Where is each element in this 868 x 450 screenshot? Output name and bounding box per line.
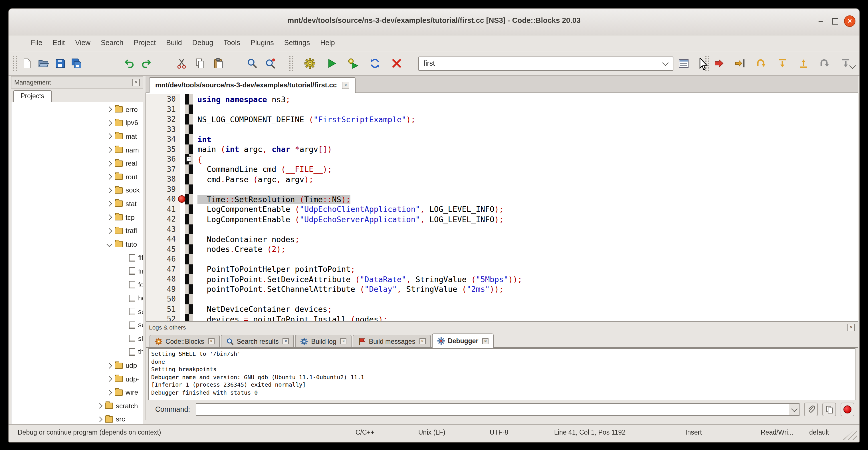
chevron-collapsed-icon[interactable]: [106, 188, 112, 193]
chevron-collapsed-icon[interactable]: [106, 390, 112, 395]
attach-button[interactable]: [804, 402, 818, 416]
breakpoint-margin[interactable]: [185, 314, 193, 322]
logs-tab-build-log[interactable]: Build log×: [295, 335, 352, 347]
stop-debugger-button[interactable]: [841, 402, 854, 416]
menu-edit[interactable]: Edit: [48, 37, 70, 49]
breakpoint-icon[interactable]: [178, 195, 185, 203]
run-button[interactable]: [324, 56, 339, 71]
chevron-collapsed-icon[interactable]: [106, 160, 112, 166]
breakpoint-margin[interactable]: [185, 304, 193, 314]
save-button[interactable]: [53, 56, 67, 71]
logs-close-icon[interactable]: ×: [847, 324, 855, 331]
tree-item-sock[interactable]: sock: [11, 184, 143, 197]
code-line-31[interactable]: 31: [146, 104, 858, 114]
breakpoint-margin[interactable]: [185, 144, 193, 154]
symbols-browser-button[interactable]: [676, 56, 691, 71]
tree-item-fo[interactable]: fo: [11, 278, 143, 291]
code-line-51[interactable]: 51 NetDeviceContainer devices;: [146, 304, 858, 314]
logs-tab-search-results[interactable]: Search results×: [221, 335, 294, 347]
tree-item-stat[interactable]: stat: [11, 197, 143, 210]
tree-item-mat[interactable]: mat: [11, 130, 143, 143]
tree-item-scratch[interactable]: scratch: [11, 399, 143, 413]
tree-item-nam[interactable]: nam: [11, 143, 143, 157]
chevron-collapsed-icon[interactable]: [106, 107, 112, 113]
fold-marker-icon[interactable]: -: [186, 156, 191, 161]
breakpoint-margin[interactable]: [185, 174, 193, 184]
code-line-33[interactable]: 33: [146, 124, 858, 134]
chevron-collapsed-icon[interactable]: [106, 228, 112, 234]
next-instruction-button[interactable]: [817, 56, 832, 71]
code-line-46[interactable]: 46: [146, 254, 858, 264]
tab-close-icon[interactable]: ×: [208, 338, 215, 344]
tree-item-udp[interactable]: udp: [11, 359, 143, 372]
debug-continue-button[interactable]: [712, 56, 726, 71]
tree-item-erro[interactable]: erro: [11, 103, 143, 116]
breakpoint-margin[interactable]: [185, 234, 193, 244]
menu-file[interactable]: File: [26, 37, 48, 49]
code-line-43[interactable]: 43: [146, 224, 858, 234]
menu-project[interactable]: Project: [128, 37, 161, 49]
resize-grip[interactable]: [842, 427, 857, 440]
next-line-button[interactable]: [754, 56, 769, 71]
breakpoint-margin[interactable]: [185, 274, 193, 284]
code-line-42[interactable]: 42 LogComponentEnable ("UdpEchoServerApp…: [146, 214, 858, 224]
cut-button[interactable]: [175, 56, 189, 71]
tab-close-icon[interactable]: ×: [483, 338, 489, 344]
code-line-40[interactable]: 40 Time::SetResolution (Time::NS);: [146, 194, 858, 204]
breakpoint-margin[interactable]: [185, 194, 193, 204]
code-line-35[interactable]: 35main (int argc, char *argv[]): [146, 144, 858, 154]
tab-close-icon[interactable]: ×: [340, 338, 347, 344]
rebuild-button[interactable]: [368, 56, 382, 71]
breakpoint-margin[interactable]: [185, 164, 193, 174]
menu-search[interactable]: Search: [96, 37, 128, 49]
chevron-down-icon[interactable]: [662, 59, 669, 66]
code-line-36[interactable]: 36-{: [146, 154, 858, 164]
chevron-collapsed-icon[interactable]: [106, 147, 112, 153]
build-target-combo[interactable]: [418, 56, 673, 70]
tree-item-real[interactable]: real: [11, 157, 143, 170]
chevron-collapsed-icon[interactable]: [106, 133, 112, 139]
build-button[interactable]: [303, 56, 317, 71]
chevron-collapsed-icon[interactable]: [106, 174, 112, 180]
tab-projects[interactable]: Projects: [13, 90, 52, 102]
save-all-button[interactable]: [69, 56, 84, 71]
run-to-cursor-button[interactable]: [733, 56, 748, 71]
tree-item-rout[interactable]: rout: [11, 170, 143, 184]
chevron-collapsed-icon[interactable]: [106, 120, 112, 126]
abort-button[interactable]: [389, 56, 404, 71]
menu-plugins[interactable]: Plugins: [245, 37, 279, 49]
menu-build[interactable]: Build: [161, 37, 187, 49]
chevron-collapsed-icon[interactable]: [106, 376, 112, 382]
close-button[interactable]: ×: [844, 16, 856, 27]
chevron-collapsed-icon[interactable]: [97, 403, 102, 409]
menu-view[interactable]: View: [70, 37, 96, 49]
logs-tab-debugger[interactable]: Debugger×: [432, 333, 494, 348]
code-line-50[interactable]: 50: [146, 294, 858, 304]
menu-debug[interactable]: Debug: [187, 37, 219, 49]
breakpoint-margin[interactable]: -: [185, 154, 193, 164]
paste-button[interactable]: [211, 56, 226, 71]
step-into-button[interactable]: [775, 56, 790, 71]
breakpoint-margin[interactable]: [185, 204, 193, 214]
breakpoint-margin[interactable]: [185, 244, 193, 254]
find-button[interactable]: [245, 56, 260, 71]
tree-item-th[interactable]: th: [11, 345, 143, 359]
tree-item-tcp[interactable]: tcp: [11, 211, 143, 224]
tree-item-six[interactable]: six: [11, 332, 143, 345]
tab-close-icon[interactable]: ×: [283, 338, 289, 344]
compiler-toolbar-gripper[interactable]: [289, 56, 293, 71]
editor-tab-first-cc[interactable]: mnt/dev/tools/source/ns-3-dev/examples/t…: [149, 77, 355, 93]
toolbar-overflow-chevron[interactable]: [850, 60, 855, 70]
breakpoint-margin[interactable]: [185, 214, 193, 224]
step-out-button[interactable]: [796, 56, 811, 71]
tree-item-he[interactable]: he: [11, 292, 143, 305]
code-line-49[interactable]: 49 pointToPoint.SetChannelAttribute ("De…: [146, 284, 858, 294]
new-file-button[interactable]: [20, 56, 34, 71]
code-line-32[interactable]: 32NS_LOG_COMPONENT_DEFINE ("FirstScriptE…: [146, 114, 858, 124]
code-line-47[interactable]: 47 PointToPointHelper pointToPoint;: [146, 264, 858, 274]
breakpoint-margin[interactable]: [185, 284, 193, 294]
tab-close-icon[interactable]: ×: [419, 338, 426, 344]
logs-tab-build-messages[interactable]: Build messages×: [353, 335, 431, 347]
chevron-collapsed-icon[interactable]: [97, 417, 102, 422]
code-line-39[interactable]: 39: [146, 184, 858, 194]
